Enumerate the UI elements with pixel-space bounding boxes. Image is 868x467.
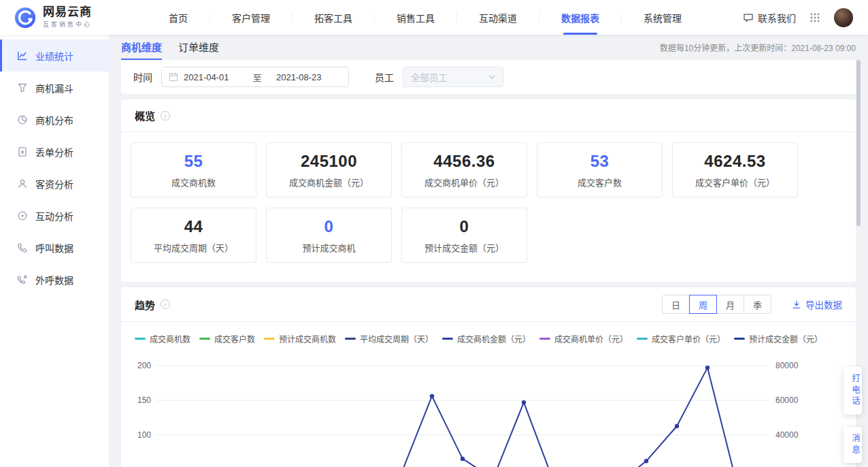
nav-item-system-management[interactable]: 系统管理: [622, 0, 703, 35]
metric-label: 成交商机金额（元）: [289, 176, 369, 189]
phone-icon: [17, 242, 28, 253]
info-icon[interactable]: i: [161, 300, 170, 309]
legend-item[interactable]: 成交客户数: [199, 333, 255, 344]
tab-opportunity-dimension[interactable]: 商机维度: [121, 35, 162, 60]
funnel-icon: [17, 82, 28, 93]
export-data-button[interactable]: 导出数据: [792, 297, 842, 311]
metric-card: 4624.53 成交客户单价（元）: [672, 142, 798, 197]
legend-label: 成交客户单价（元）: [652, 333, 725, 344]
granularity-week-button[interactable]: 周: [689, 295, 717, 314]
staff-select[interactable]: 全部员工: [403, 67, 503, 87]
date-range-picker[interactable]: 2021-04-01 至 2021-08-23: [161, 67, 349, 87]
legend-color-chip: [637, 338, 648, 340]
sidebar-item-label: 外呼数据: [35, 273, 73, 287]
apps-grid-button[interactable]: [809, 12, 820, 23]
metric-card[interactable]: 0 预计成交商机: [266, 208, 392, 263]
staff-select-value: 全部员工: [411, 70, 448, 84]
legend-color-chip: [264, 338, 275, 340]
metric-value: 0: [460, 217, 469, 236]
pie-chart-icon: [17, 114, 28, 125]
download-icon: [792, 300, 801, 309]
sidebar-item-interaction-analysis[interactable]: 互动分析: [0, 199, 109, 231]
legend-label: 预计成交商机数: [279, 333, 336, 344]
nav-item-prospecting-tools[interactable]: 拓客工具: [293, 0, 374, 35]
main-nav: 首页 客户管理 拓客工具 销售工具 互动渠道 数据报表 系统管理: [147, 0, 703, 35]
interaction-icon: [17, 210, 28, 221]
metric-value: 4624.53: [704, 152, 765, 171]
nav-item-home[interactable]: 首页: [147, 0, 210, 35]
legend-item[interactable]: 成交商机单价（元）: [539, 333, 628, 344]
tab-order-dimension[interactable]: 订单维度: [178, 35, 219, 60]
legend-label: 成交商机单价（元）: [554, 333, 628, 344]
trend-title: 趋势: [135, 297, 155, 312]
chat-bubble-icon: [743, 12, 754, 23]
nav-item-data-reports[interactable]: 数据报表: [539, 0, 621, 35]
sidebar-item-call-data[interactable]: 呼叫数据: [0, 231, 109, 263]
nav-item-interaction-channels[interactable]: 互动渠道: [457, 0, 539, 35]
sidebar-item-lost-order-analysis[interactable]: 丢单分析: [0, 135, 109, 167]
granularity-month-button[interactable]: 月: [716, 295, 744, 314]
metric-card: 44 平均成交周期（天）: [131, 208, 256, 263]
metric-value: 53: [590, 152, 610, 171]
chart-legend: 成交商机数 成交客户数 预计成交商机数 平均成交周期（天） 成交商机金额（元） …: [135, 333, 842, 344]
sidebar-item-label: 业绩统计: [35, 49, 73, 63]
sidebar-item-label: 客资分析: [35, 177, 73, 191]
legend-item[interactable]: 成交商机金额（元）: [442, 333, 531, 344]
chevron-down-icon: [488, 75, 495, 79]
time-filter-label: 时间: [133, 70, 152, 84]
nav-item-customer-management[interactable]: 客户管理: [210, 0, 292, 35]
metric-card[interactable]: 55 成交商机数: [131, 142, 256, 197]
sidebar-item-label: 互动分析: [35, 209, 73, 223]
y-axis-tick: 100: [137, 430, 151, 440]
y-axis-right: 80000 60000 40000: [769, 355, 842, 467]
metric-card: 245100 成交商机金额（元）: [266, 142, 392, 197]
brand-subtitle: 互客销售中心: [43, 20, 92, 29]
date-end-value: 2021-08-23: [276, 72, 336, 82]
sidebar-item-performance-stats[interactable]: 业绩统计: [0, 39, 109, 71]
sidebar-item-label: 丢单分析: [35, 145, 73, 159]
overview-metrics: 55 成交商机数 245100 成交商机金额（元） 4456.36 成交商机单价…: [121, 132, 856, 282]
sidebar-item-opportunity-funnel[interactable]: 商机漏斗: [0, 71, 109, 103]
metric-label: 预计成交金额（元）: [424, 241, 504, 254]
info-icon[interactable]: i: [161, 111, 170, 120]
legend-item[interactable]: 平均成交周期（天）: [345, 333, 433, 344]
contact-us-label: 联系我们: [758, 11, 796, 25]
messages-fab[interactable]: 消息: [844, 427, 862, 463]
legend-label: 预计成交金额（元）: [749, 333, 822, 344]
granularity-switch: 日 周 月 季: [662, 295, 771, 314]
legend-color-chip: [199, 338, 210, 340]
y-axis-tick: 40000: [775, 430, 798, 440]
filter-bar: 时间 2021-04-01 至 2021-08-23 员工 全部员工: [121, 60, 856, 94]
metric-label: 成交客户数: [578, 176, 622, 189]
legend-color-chip: [135, 338, 146, 340]
lost-order-icon: [17, 146, 28, 157]
top-nav-bar: 网易云商 互客销售中心 首页 客户管理 拓客工具 销售工具 互动渠道 数据报表 …: [0, 0, 868, 35]
nav-item-sales-tools[interactable]: 销售工具: [375, 0, 456, 35]
customer-icon: [17, 178, 28, 189]
granularity-day-button[interactable]: 日: [662, 295, 690, 314]
y-axis-left: 200 150 100: [135, 355, 156, 467]
dimension-tabs: 商机维度 订单维度 数据每10分钟更新，上次更新时间：2021-08-23 09…: [121, 35, 856, 60]
legend-item[interactable]: 成交商机数: [135, 333, 190, 344]
sidebar-item-opportunity-distribution[interactable]: 商机分布: [0, 103, 109, 135]
legend-color-chip: [345, 338, 356, 340]
sidebar-item-outbound-call-data[interactable]: 外呼数据: [0, 263, 109, 295]
metric-label: 成交商机单价（元）: [424, 176, 504, 189]
legend-color-chip: [442, 338, 453, 340]
main-content: 商机维度 订单维度 数据每10分钟更新，上次更新时间：2021-08-23 09…: [109, 35, 868, 467]
legend-item[interactable]: 预计成交商机数: [264, 333, 336, 344]
granularity-quarter-button[interactable]: 季: [744, 295, 771, 314]
legend-item[interactable]: 预计成交金额（元）: [734, 333, 822, 344]
sidebar-item-customer-asset-analysis[interactable]: 客资分析: [0, 167, 109, 199]
contact-us-button[interactable]: 联系我们: [743, 11, 796, 25]
legend-item[interactable]: 成交客户单价（元）: [637, 333, 725, 344]
user-avatar[interactable]: [834, 8, 853, 27]
sidebar: 业绩统计 商机漏斗 商机分布 丢单分析 客资分析 互动分析 呼叫数据: [0, 35, 109, 467]
metric-card[interactable]: 53 成交客户数: [537, 142, 663, 197]
chart-line-icon: [17, 50, 28, 61]
scrollbar-thumb[interactable]: [856, 60, 861, 226]
metric-value: 0: [324, 217, 334, 236]
make-call-fab[interactable]: 打电话: [844, 367, 862, 415]
legend-color-chip: [734, 338, 745, 340]
y-axis-tick: 150: [137, 396, 151, 405]
